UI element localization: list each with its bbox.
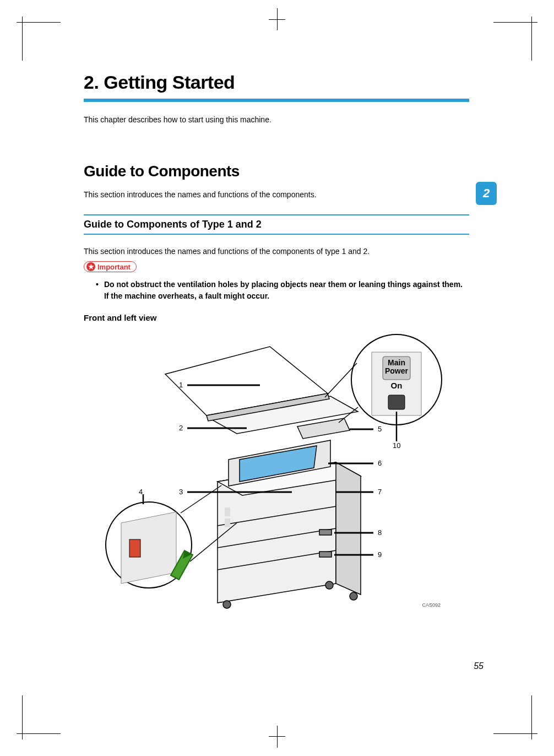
- crop-mark: [17, 733, 61, 734]
- callout-3: 3: [179, 488, 183, 496]
- page-content: 2. Getting Started This chapter describe…: [84, 72, 469, 611]
- crop-mark: [277, 726, 278, 748]
- callout-10: 10: [393, 441, 400, 450]
- svg-marker-2: [336, 462, 361, 595]
- callout-2: 2: [179, 424, 183, 432]
- crop-mark: [17, 22, 61, 23]
- svg-point-9: [325, 581, 333, 589]
- svg-rect-6: [319, 530, 332, 535]
- callout-6: 6: [378, 459, 382, 467]
- crop-mark: [531, 695, 532, 739]
- crop-mark: [493, 22, 537, 23]
- crop-mark: [493, 733, 537, 734]
- svg-rect-7: [319, 552, 332, 557]
- callout-7: 7: [378, 488, 382, 496]
- important-bullet: • Do not obstruct the ventilation holes …: [96, 279, 469, 302]
- subsection-header: Guide to Components of Type 1 and 2: [84, 214, 469, 235]
- crop-mark: [269, 736, 285, 737]
- callout-4: 4: [139, 488, 143, 496]
- svg-line-32: [181, 485, 221, 513]
- section-title: Guide to Components: [84, 163, 469, 180]
- svg-rect-29: [129, 539, 140, 557]
- image-code: CAS092: [422, 602, 441, 608]
- important-text: Do not obstruct the ventilation holes by…: [104, 279, 469, 302]
- crop-mark: [22, 695, 23, 739]
- callout-9: 9: [378, 550, 382, 559]
- chapter-rule: [84, 99, 469, 102]
- crop-mark: [269, 19, 285, 20]
- inset-main-label: Main: [388, 358, 405, 367]
- svg-text:Power: Power: [385, 366, 409, 375]
- svg-rect-17: [225, 507, 230, 516]
- subsection-intro: This section introduces the names and fu…: [84, 247, 469, 256]
- callout-5: 5: [378, 425, 382, 433]
- view-label: Front and left view: [84, 313, 469, 322]
- crop-mark: [531, 17, 532, 61]
- important-label: Important: [97, 263, 131, 271]
- callout-8: 8: [378, 528, 382, 537]
- svg-rect-23: [388, 395, 405, 409]
- subsection-title: Guide to Components of Type 1 and 2: [84, 219, 469, 235]
- bullet-dot-icon: •: [96, 279, 99, 302]
- chapter-intro: This chapter describes how to start usin…: [84, 115, 469, 124]
- callout-1: 1: [179, 381, 183, 389]
- crop-mark: [22, 17, 23, 61]
- section-intro: This section introduces the names and fu…: [84, 190, 469, 199]
- important-badge: ★ Important: [84, 261, 137, 272]
- copier-illustration: Main Power On: [99, 330, 452, 611]
- star-icon: ★: [86, 262, 95, 271]
- inset-on-label: On: [391, 381, 403, 390]
- svg-point-8: [223, 601, 231, 608]
- svg-point-10: [350, 592, 357, 600]
- section-tab: 2: [476, 182, 497, 205]
- svg-rect-18: [225, 519, 230, 527]
- page-number: 55: [474, 661, 484, 671]
- chapter-title: 2. Getting Started: [84, 72, 469, 93]
- component-figure: Main Power On: [99, 330, 452, 611]
